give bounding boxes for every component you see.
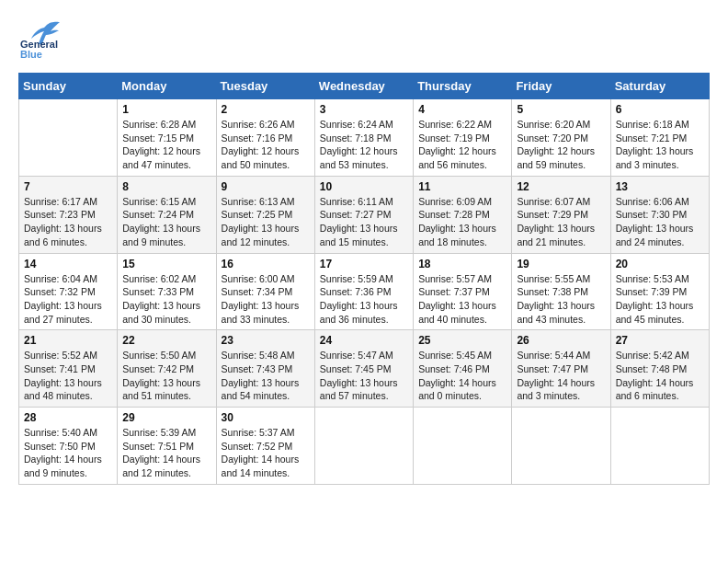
calendar-cell: 5Sunrise: 6:20 AM Sunset: 7:20 PM Daylig… [512,99,610,177]
day-number: 7 [24,180,112,193]
weekday-header: Friday [512,74,610,99]
day-number: 16 [222,258,310,270]
calendar-cell [414,408,512,485]
calendar-cell: 21Sunrise: 5:52 AM Sunset: 7:41 PM Dayli… [19,330,118,408]
calendar-cell: 28Sunrise: 5:40 AM Sunset: 7:50 PM Dayli… [19,408,118,485]
calendar-cell: 12Sunrise: 6:07 AM Sunset: 7:29 PM Dayli… [512,176,610,253]
weekday-header: Wednesday [314,74,413,99]
day-info: Sunrise: 5:53 AM Sunset: 7:39 PM Dayligh… [616,272,704,327]
day-info: Sunrise: 5:55 AM Sunset: 7:38 PM Dayligh… [517,272,605,327]
day-info: Sunrise: 6:02 AM Sunset: 7:33 PM Dayligh… [122,272,210,327]
day-info: Sunrise: 6:13 AM Sunset: 7:25 PM Dayligh… [222,195,310,249]
weekday-header: Monday [118,74,216,99]
calendar-cell: 27Sunrise: 5:42 AM Sunset: 7:48 PM Dayli… [610,330,709,408]
calendar-cell: 4Sunrise: 6:22 AM Sunset: 7:19 PM Daylig… [414,99,512,177]
day-number: 11 [418,180,506,193]
day-info: Sunrise: 5:52 AM Sunset: 7:41 PM Dayligh… [24,349,112,403]
calendar-header-row: SundayMondayTuesdayWednesdayThursdayFrid… [19,74,710,99]
day-number: 2 [222,103,310,116]
calendar-cell: 11Sunrise: 6:09 AM Sunset: 7:28 PM Dayli… [414,176,512,253]
day-number: 19 [517,258,605,270]
calendar-cell: 9Sunrise: 6:13 AM Sunset: 7:25 PM Daylig… [216,176,314,253]
calendar-cell [19,99,118,177]
calendar-cell: 29Sunrise: 5:39 AM Sunset: 7:51 PM Dayli… [118,408,216,485]
day-number: 6 [616,103,704,116]
day-number: 5 [517,103,605,116]
calendar-cell: 2Sunrise: 6:26 AM Sunset: 7:16 PM Daylig… [216,99,314,177]
day-info: Sunrise: 6:17 AM Sunset: 7:23 PM Dayligh… [24,195,112,249]
page-header: General Blue [18,18,710,63]
weekday-header: Saturday [610,74,709,99]
day-info: Sunrise: 5:37 AM Sunset: 7:52 PM Dayligh… [222,426,310,480]
day-info: Sunrise: 5:57 AM Sunset: 7:37 PM Dayligh… [418,272,506,327]
calendar-cell [314,408,413,485]
calendar-cell: 14Sunrise: 6:04 AM Sunset: 7:32 PM Dayli… [19,253,118,330]
day-number: 30 [222,411,310,424]
calendar-cell: 20Sunrise: 5:53 AM Sunset: 7:39 PM Dayli… [610,253,709,330]
day-info: Sunrise: 6:11 AM Sunset: 7:27 PM Dayligh… [320,195,408,249]
day-number: 15 [122,258,210,270]
calendar-cell: 8Sunrise: 6:15 AM Sunset: 7:24 PM Daylig… [118,176,216,253]
day-number: 24 [320,334,408,347]
calendar-cell: 26Sunrise: 5:44 AM Sunset: 7:47 PM Dayli… [512,330,610,408]
day-info: Sunrise: 5:50 AM Sunset: 7:42 PM Dayligh… [122,349,210,403]
day-info: Sunrise: 5:39 AM Sunset: 7:51 PM Dayligh… [122,426,210,480]
weekday-header: Thursday [414,74,512,99]
day-info: Sunrise: 6:24 AM Sunset: 7:18 PM Dayligh… [320,118,408,172]
calendar-week-row: 21Sunrise: 5:52 AM Sunset: 7:41 PM Dayli… [19,330,710,408]
day-info: Sunrise: 5:48 AM Sunset: 7:43 PM Dayligh… [222,349,310,403]
calendar-week-row: 1Sunrise: 6:28 AM Sunset: 7:15 PM Daylig… [19,99,710,177]
day-number: 10 [320,180,408,193]
day-number: 18 [418,258,506,270]
day-number: 29 [122,411,210,424]
calendar-cell: 22Sunrise: 5:50 AM Sunset: 7:42 PM Dayli… [118,330,216,408]
calendar-week-row: 28Sunrise: 5:40 AM Sunset: 7:50 PM Dayli… [19,408,710,485]
day-number: 23 [222,334,310,347]
calendar-cell: 10Sunrise: 6:11 AM Sunset: 7:27 PM Dayli… [314,176,413,253]
calendar-cell: 1Sunrise: 6:28 AM Sunset: 7:15 PM Daylig… [118,99,216,177]
calendar-cell: 16Sunrise: 6:00 AM Sunset: 7:34 PM Dayli… [216,253,314,330]
calendar-cell: 18Sunrise: 5:57 AM Sunset: 7:37 PM Dayli… [414,253,512,330]
calendar-cell: 17Sunrise: 5:59 AM Sunset: 7:36 PM Dayli… [314,253,413,330]
day-number: 3 [320,103,408,116]
day-info: Sunrise: 6:28 AM Sunset: 7:15 PM Dayligh… [122,118,210,172]
svg-text:Blue: Blue [20,49,42,60]
calendar-cell: 3Sunrise: 6:24 AM Sunset: 7:18 PM Daylig… [314,99,413,177]
calendar-week-row: 7Sunrise: 6:17 AM Sunset: 7:23 PM Daylig… [19,176,710,253]
calendar-cell: 15Sunrise: 6:02 AM Sunset: 7:33 PM Dayli… [118,253,216,330]
day-info: Sunrise: 6:26 AM Sunset: 7:16 PM Dayligh… [222,118,310,172]
day-number: 12 [517,180,605,193]
day-info: Sunrise: 6:09 AM Sunset: 7:28 PM Dayligh… [418,195,506,249]
calendar-cell: 23Sunrise: 5:48 AM Sunset: 7:43 PM Dayli… [216,330,314,408]
calendar-cell: 7Sunrise: 6:17 AM Sunset: 7:23 PM Daylig… [19,176,118,253]
day-number: 4 [418,103,506,116]
calendar-cell: 19Sunrise: 5:55 AM Sunset: 7:38 PM Dayli… [512,253,610,330]
day-number: 9 [222,180,310,193]
day-number: 8 [122,180,210,193]
day-number: 27 [616,334,704,347]
day-number: 22 [122,334,210,347]
weekday-header: Sunday [19,74,118,99]
day-number: 20 [616,258,704,270]
calendar-cell: 25Sunrise: 5:45 AM Sunset: 7:46 PM Dayli… [414,330,512,408]
day-number: 17 [320,258,408,270]
day-info: Sunrise: 6:07 AM Sunset: 7:29 PM Dayligh… [517,195,605,249]
calendar-week-row: 14Sunrise: 6:04 AM Sunset: 7:32 PM Dayli… [19,253,710,330]
day-number: 28 [24,411,112,424]
calendar-cell: 24Sunrise: 5:47 AM Sunset: 7:45 PM Dayli… [314,330,413,408]
day-info: Sunrise: 5:47 AM Sunset: 7:45 PM Dayligh… [320,349,408,403]
calendar-cell [610,408,709,485]
day-info: Sunrise: 6:18 AM Sunset: 7:21 PM Dayligh… [616,118,704,172]
day-number: 13 [616,180,704,193]
calendar-cell: 6Sunrise: 6:18 AM Sunset: 7:21 PM Daylig… [610,99,709,177]
day-info: Sunrise: 6:00 AM Sunset: 7:34 PM Dayligh… [222,272,310,327]
day-info: Sunrise: 5:42 AM Sunset: 7:48 PM Dayligh… [616,349,704,403]
calendar-table: SundayMondayTuesdayWednesdayThursdayFrid… [18,73,710,485]
logo: General Blue [18,18,64,63]
day-info: Sunrise: 6:06 AM Sunset: 7:30 PM Dayligh… [616,195,704,249]
day-info: Sunrise: 6:22 AM Sunset: 7:19 PM Dayligh… [418,118,506,172]
day-number: 26 [517,334,605,347]
day-info: Sunrise: 5:59 AM Sunset: 7:36 PM Dayligh… [320,272,408,327]
day-info: Sunrise: 5:45 AM Sunset: 7:46 PM Dayligh… [418,349,506,403]
calendar-cell: 30Sunrise: 5:37 AM Sunset: 7:52 PM Dayli… [216,408,314,485]
